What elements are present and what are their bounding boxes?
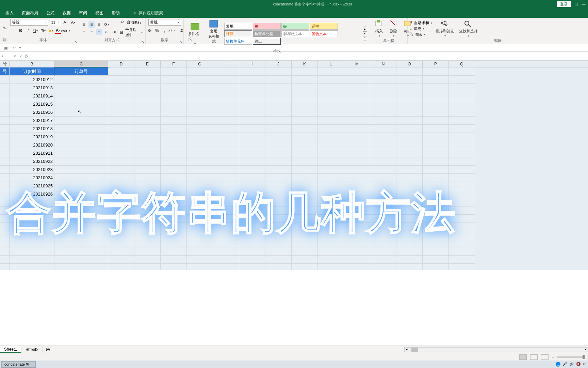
cell[interactable]	[423, 239, 449, 247]
cell[interactable]	[344, 108, 370, 117]
gallery-more-icon[interactable]: ⁼	[363, 36, 367, 41]
cell[interactable]	[396, 67, 423, 76]
cell[interactable]	[239, 125, 265, 133]
cell[interactable]	[292, 215, 318, 223]
format-painter-icon[interactable]: ✎	[3, 25, 6, 31]
cell[interactable]	[344, 133, 370, 141]
align-bottom-icon[interactable]: ≡	[96, 21, 102, 28]
cell[interactable]	[239, 256, 265, 264]
cell[interactable]	[423, 76, 449, 84]
align-launcher-icon[interactable]: ⬊	[142, 40, 145, 44]
cell[interactable]	[396, 92, 423, 100]
cell[interactable]	[108, 108, 134, 117]
cell[interactable]	[213, 247, 239, 256]
cell[interactable]	[318, 239, 344, 247]
sheet-tab-2[interactable]: Sheet2	[21, 347, 43, 353]
cell[interactable]	[423, 264, 449, 270]
cell-styles-gallery[interactable]: 常规 差 好 适中 计算 检查单元格 解释性文本 警告文本 链接单元格 输出	[224, 23, 361, 45]
cell[interactable]	[54, 190, 108, 198]
cell[interactable]	[265, 125, 292, 133]
cell[interactable]	[134, 149, 161, 157]
cell[interactable]	[239, 198, 265, 206]
cell[interactable]	[344, 215, 370, 223]
view-pagebreak-icon[interactable]	[541, 354, 549, 360]
cell[interactable]	[396, 108, 423, 117]
cell[interactable]	[134, 206, 161, 215]
cell[interactable]	[187, 215, 213, 223]
col-header-号[interactable]: 号	[0, 61, 10, 67]
cell[interactable]	[344, 264, 370, 270]
cell[interactable]	[423, 206, 449, 215]
cell[interactable]	[108, 141, 134, 149]
cell[interactable]	[134, 223, 161, 231]
cell[interactable]	[0, 100, 10, 108]
cell[interactable]	[423, 190, 449, 198]
cell[interactable]	[265, 117, 292, 125]
cell[interactable]	[187, 223, 213, 231]
cell[interactable]	[213, 215, 239, 223]
cell[interactable]	[292, 223, 318, 231]
cell[interactable]	[370, 190, 396, 198]
cell[interactable]	[187, 166, 213, 174]
style-bad[interactable]: 差	[253, 23, 281, 30]
cell[interactable]	[134, 92, 161, 100]
cell[interactable]	[239, 133, 265, 141]
cell[interactable]	[449, 223, 475, 231]
cell[interactable]	[423, 157, 449, 166]
cell[interactable]	[187, 198, 213, 206]
cell[interactable]	[318, 231, 344, 239]
cell[interactable]	[292, 157, 318, 166]
cell[interactable]	[449, 133, 475, 141]
cell[interactable]	[396, 231, 423, 239]
cell[interactable]	[449, 182, 475, 190]
cell[interactable]	[318, 100, 344, 108]
cell[interactable]	[54, 92, 108, 100]
cell[interactable]	[265, 84, 292, 92]
hscroll-thumb[interactable]	[411, 348, 418, 352]
style-check[interactable]: 检查单元格	[253, 30, 281, 37]
cell[interactable]	[292, 100, 318, 108]
cell[interactable]	[108, 100, 134, 108]
cell[interactable]	[239, 141, 265, 149]
cell[interactable]	[0, 92, 10, 100]
col-header-C[interactable]: C	[54, 61, 108, 67]
cell[interactable]	[449, 100, 475, 108]
col-header-Q[interactable]: Q	[449, 61, 475, 67]
cell[interactable]	[318, 141, 344, 149]
col-header-P[interactable]: P	[423, 61, 449, 67]
cell[interactable]	[54, 231, 108, 239]
cell[interactable]	[239, 182, 265, 190]
cell[interactable]	[292, 84, 318, 92]
cell[interactable]	[344, 239, 370, 247]
menu-insert[interactable]: 插入	[5, 10, 14, 16]
cell[interactable]	[265, 190, 292, 198]
cell[interactable]	[396, 133, 423, 141]
cell[interactable]	[344, 166, 370, 174]
cell[interactable]	[344, 247, 370, 256]
cell[interactable]	[187, 190, 213, 198]
cell[interactable]	[187, 117, 213, 125]
cell[interactable]	[0, 133, 10, 141]
cell[interactable]	[370, 125, 396, 133]
cell[interactable]	[213, 198, 239, 206]
orientation-icon[interactable]: ⟳▾	[103, 21, 110, 28]
cell[interactable]	[396, 247, 423, 256]
col-header-J[interactable]: J	[265, 61, 292, 67]
cell[interactable]	[134, 76, 161, 84]
cell[interactable]	[213, 92, 239, 100]
cell[interactable]	[0, 157, 10, 166]
cell[interactable]: 20210920	[10, 141, 54, 149]
cell[interactable]	[449, 141, 475, 149]
cell[interactable]	[370, 247, 396, 256]
cell[interactable]: 20210912	[10, 76, 54, 84]
cell[interactable]	[0, 182, 10, 190]
menu-data[interactable]: 数据	[63, 10, 71, 16]
qat-save-icon[interactable]: ▣	[3, 45, 9, 51]
view-normal-icon[interactable]	[519, 354, 527, 360]
cell[interactable]	[396, 125, 423, 133]
cell[interactable]	[134, 231, 161, 239]
cell[interactable]	[396, 117, 423, 125]
cell[interactable]	[449, 84, 475, 92]
fill-button[interactable]: ↓填充▾	[410, 26, 432, 31]
qat-undo-icon[interactable]: ↶	[11, 45, 17, 51]
